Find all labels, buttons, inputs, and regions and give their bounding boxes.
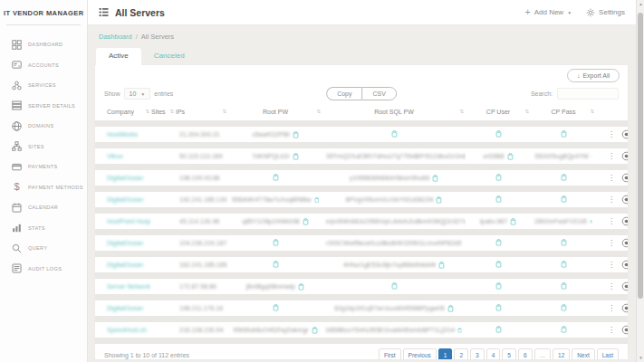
tab-canceled[interactable]: Canceled [141, 48, 197, 65]
page-button-3[interactable]: 3 [470, 348, 485, 359]
csv-button[interactable]: CSV [361, 87, 396, 100]
copy-icon[interactable] [273, 174, 279, 181]
copy-icon[interactable] [561, 282, 567, 290]
copy-icon[interactable] [436, 196, 442, 204]
page-scrollbar[interactable]: ▲ ▼ [636, 0, 644, 362]
row-record-icon[interactable] [621, 260, 628, 270]
copy-icon[interactable] [293, 131, 299, 138]
add-new-button[interactable]: + Add New ▼ [525, 8, 572, 17]
column-header-ips[interactable]: IPs⇅ [176, 103, 228, 120]
copy-icon[interactable] [457, 327, 462, 334]
copy-icon[interactable] [391, 130, 398, 138]
tab-active[interactable]: Active [96, 48, 141, 65]
export-all-button[interactable]: ↓ Export All [567, 69, 620, 82]
company-link[interactable]: HostWorks [107, 131, 138, 138]
scrollbar-thumb[interactable] [638, 13, 643, 299]
row-record-icon[interactable] [621, 173, 628, 183]
copy-icon[interactable] [507, 153, 514, 160]
copy-icon[interactable] [495, 326, 502, 333]
copy-icon[interactable] [561, 130, 567, 138]
copy-icon[interactable] [447, 305, 454, 312]
company-link[interactable]: Vitrux [107, 153, 123, 159]
copy-icon[interactable] [590, 218, 592, 225]
sidebar-item-sites[interactable]: SITES [0, 137, 87, 157]
company-link[interactable]: DigitalOcean [107, 175, 143, 181]
sidebar-item-payments[interactable]: PAYMENTS [0, 157, 87, 177]
company-link[interactable]: DigitalOcean [107, 262, 143, 268]
column-header-cp-pass[interactable]: CP Pass⇅ [531, 103, 596, 120]
row-record-icon[interactable] [621, 129, 628, 139]
row-menu-dots[interactable]: ⋮ [608, 239, 615, 247]
sidebar-item-accounts[interactable]: ACCOUNTS [0, 55, 87, 76]
column-header-sites[interactable]: Sites⇅ [151, 103, 176, 120]
company-link[interactable]: Server Network [107, 283, 150, 290]
sidebar-item-stats[interactable]: STATS [0, 218, 87, 239]
page-button-6[interactable]: 6 [518, 348, 533, 359]
scroll-up-arrow-icon[interactable]: ▲ [638, 2, 644, 6]
row-menu-dots[interactable]: ⋮ [608, 130, 615, 138]
copy-icon[interactable] [495, 304, 502, 311]
copy-icon[interactable] [561, 195, 567, 203]
breadcrumb-dashboard-link[interactable]: Dashboard [99, 33, 132, 41]
company-link[interactable]: DigitalOcean [107, 240, 143, 246]
sidebar-item-server-details[interactable]: SERVER DETAILS [0, 96, 87, 117]
row-record-icon[interactable] [621, 216, 628, 226]
row-record-icon[interactable] [621, 151, 628, 161]
sidebar-item-query[interactable]: QUERY [0, 238, 87, 259]
column-header-root-sql-pw[interactable]: Root SQL PW⇅ [322, 103, 466, 120]
scroll-down-arrow-icon[interactable]: ▼ [638, 356, 644, 360]
copy-icon[interactable] [561, 239, 567, 246]
sidebar-item-payment-methods[interactable]: $ PAYMENT METHODS [0, 177, 87, 198]
copy-icon[interactable] [273, 304, 279, 311]
row-menu-dots[interactable]: ⋮ [608, 217, 615, 225]
sidebar-item-audit-logs[interactable]: AUDIT LOGS [0, 259, 87, 280]
page-button-last[interactable]: Last [597, 348, 619, 359]
copy-icon[interactable] [391, 282, 398, 290]
column-header-root-pw[interactable]: Root PW⇅ [228, 103, 322, 120]
copy-icon[interactable] [273, 239, 279, 246]
row-record-icon[interactable] [621, 281, 628, 291]
company-link[interactable]: DigitalOcean [107, 305, 143, 311]
page-button-12[interactable]: 12 [553, 348, 570, 359]
page-button-previous[interactable]: Previous [403, 348, 437, 359]
copy-icon[interactable] [303, 218, 309, 225]
copy-icon[interactable] [495, 261, 502, 268]
page-button-next[interactable]: Next [572, 348, 594, 359]
row-record-icon[interactable] [621, 303, 628, 313]
copy-icon[interactable] [495, 195, 502, 203]
copy-icon[interactable] [561, 261, 567, 268]
copy-button[interactable]: Copy [326, 87, 361, 100]
row-menu-dots[interactable]: ⋮ [608, 152, 615, 160]
copy-icon[interactable] [561, 304, 567, 311]
copy-icon[interactable] [293, 153, 299, 160]
row-record-icon[interactable] [621, 238, 628, 248]
row-menu-dots[interactable]: ⋮ [608, 261, 615, 269]
copy-icon[interactable] [495, 130, 502, 138]
copy-icon[interactable] [495, 174, 502, 181]
page-size-select[interactable]: 10 ▼ [124, 88, 151, 100]
page-button-first[interactable]: First [379, 348, 401, 359]
column-header-cp-user[interactable]: CP User⇅ [466, 103, 531, 120]
copy-icon[interactable] [591, 153, 592, 160]
copy-icon[interactable] [312, 327, 318, 334]
row-menu-dots[interactable]: ⋮ [608, 282, 615, 291]
company-link[interactable]: HostPoint Hosp [107, 218, 151, 224]
row-menu-dots[interactable]: ⋮ [608, 174, 615, 182]
row-menu-dots[interactable]: ⋮ [608, 195, 615, 204]
sidebar-item-dashboard[interactable]: DASHBOARD [0, 34, 87, 55]
sidebar-item-calendar[interactable]: CALENDAR [0, 197, 87, 218]
copy-icon[interactable] [495, 239, 502, 246]
company-link[interactable]: DigitalOcean [107, 196, 143, 203]
column-header-company[interactable]: Company⇅ [95, 103, 151, 120]
sidebar-item-domains[interactable]: DOMAINS [0, 116, 87, 137]
page-button-1[interactable]: 1 [438, 348, 453, 359]
copy-icon[interactable] [432, 175, 438, 182]
search-input[interactable] [557, 88, 619, 100]
row-menu-dots[interactable]: ⋮ [608, 326, 615, 334]
row-menu-dots[interactable]: ⋮ [608, 304, 615, 312]
copy-icon[interactable] [561, 174, 567, 181]
page-button-4[interactable]: 4 [486, 348, 501, 359]
copy-icon[interactable] [495, 282, 502, 290]
copy-icon[interactable] [510, 218, 516, 225]
page-button-2[interactable]: 2 [454, 348, 468, 359]
